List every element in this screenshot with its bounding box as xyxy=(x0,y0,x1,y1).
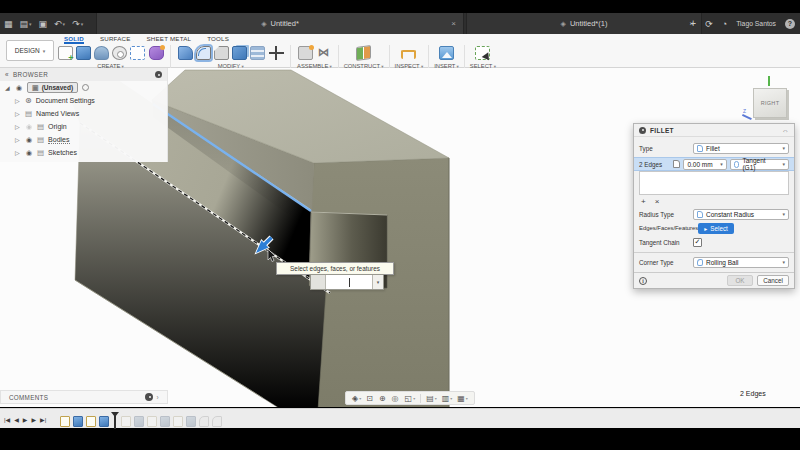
edge-selection-row[interactable]: 2 Edges 0.00 mm Tangent (G1) xyxy=(634,157,794,171)
expand-chevron-icon[interactable]: › xyxy=(157,394,159,401)
shell-icon[interactable] xyxy=(250,46,265,60)
comments-bar[interactable]: COMMENTS › xyxy=(0,390,168,404)
select-tool-icon[interactable] xyxy=(475,46,490,60)
display-settings-icon[interactable]: ▤ xyxy=(424,394,439,403)
construction-plane-icon[interactable] xyxy=(356,45,371,61)
measure-icon[interactable] xyxy=(401,50,416,59)
fillet-icon[interactable] xyxy=(196,46,211,60)
collapse-panel-icon[interactable]: « xyxy=(5,71,9,78)
ribbon-tab-surface[interactable]: SURFACE xyxy=(100,35,131,44)
job-status-icon[interactable]: ⟳ xyxy=(705,19,713,29)
expander-icon[interactable]: ▷ xyxy=(15,136,21,143)
radius-value-field[interactable] xyxy=(326,275,372,289)
timeline-feature-sketch[interactable] xyxy=(86,416,96,427)
press-pull-icon[interactable] xyxy=(178,46,193,60)
timeline-feature-suppressed[interactable] xyxy=(212,416,222,427)
expander-icon[interactable]: ▷ xyxy=(15,97,21,104)
timeline-go-start-button[interactable]: |◀ xyxy=(4,416,10,423)
visibility-eye-icon[interactable]: ◉ xyxy=(25,149,33,157)
fillet-type-dropdown[interactable]: Fillet xyxy=(693,143,789,154)
fillet-dialog-header[interactable]: FILLET ⇔ xyxy=(634,124,794,137)
document-chip[interactable]: ▣ (Unsaved) xyxy=(27,82,78,93)
zoom-window-icon[interactable]: ◱ xyxy=(403,394,418,403)
timeline-feature-suppressed[interactable] xyxy=(199,416,209,427)
timeline-feature-suppressed[interactable] xyxy=(173,416,183,427)
corner-type-dropdown[interactable]: Rolling Ball xyxy=(693,257,789,268)
in-canvas-radius-input[interactable]: ▾ xyxy=(310,274,384,290)
expander-icon[interactable]: ▷ xyxy=(15,149,21,156)
browser-item-bodies[interactable]: ▷ ◉ ▤ Bodies xyxy=(10,133,167,146)
close-tab-icon[interactable]: × xyxy=(451,19,456,28)
joint-icon[interactable]: ⋈ xyxy=(316,46,331,60)
timeline-feature-suppressed[interactable] xyxy=(134,416,144,427)
combine-icon[interactable] xyxy=(232,46,247,60)
view-cube-face[interactable]: RIGHT xyxy=(753,88,787,118)
undock-icon[interactable]: ⇔ xyxy=(782,127,789,134)
grid-layout-icon[interactable]: ▥ xyxy=(440,394,455,403)
sweep-icon[interactable] xyxy=(112,46,127,60)
document-tab-1[interactable]: ◈ Untitled* × xyxy=(96,13,464,34)
ribbon-tab-sheet-metal[interactable]: SHEET METAL xyxy=(147,35,192,44)
visibility-eye-icon[interactable]: ◉ xyxy=(25,136,33,144)
expander-icon[interactable]: ▷ xyxy=(15,110,21,117)
select-button[interactable]: ▸ Select xyxy=(698,223,734,234)
new-tab-button[interactable]: + xyxy=(690,18,696,29)
dropdown-caret-icon[interactable]: ▾ xyxy=(372,275,383,289)
tangent-chain-checkbox[interactable]: ✓ xyxy=(693,238,702,247)
undo-icon[interactable]: ↶▾ xyxy=(54,19,65,29)
new-component-icon[interactable] xyxy=(298,46,313,60)
browser-root-row[interactable]: ◢ ◉ ▣ (Unsaved) xyxy=(0,81,167,94)
display-settings-icon[interactable] xyxy=(155,71,162,78)
comment-bubble-icon[interactable] xyxy=(145,393,153,401)
browser-item-sketches[interactable]: ▷ ◉ ▤ Sketches xyxy=(10,146,167,159)
pattern-icon[interactable] xyxy=(130,46,145,60)
notification-icon[interactable]: ◔ xyxy=(722,19,727,29)
data-panel-grid-icon[interactable]: ▦ xyxy=(4,19,13,29)
create-form-icon[interactable] xyxy=(149,46,164,60)
expander-icon[interactable]: ▷ xyxy=(15,123,21,130)
zoom-icon[interactable]: ◎ xyxy=(390,394,402,403)
add-selection-button[interactable]: + xyxy=(641,197,646,206)
info-icon[interactable]: i xyxy=(639,277,647,285)
help-icon[interactable]: ? xyxy=(785,19,795,29)
browser-item-document-settings[interactable]: ▷ ⊛ Document Settings xyxy=(10,94,167,107)
cancel-button[interactable]: Cancel xyxy=(757,275,789,286)
continuity-dropdown[interactable]: Tangent (G1) xyxy=(730,159,789,170)
save-icon[interactable]: ▣ xyxy=(39,19,48,29)
timeline-go-end-button[interactable]: ▶| xyxy=(40,416,46,423)
ok-button[interactable]: OK xyxy=(727,275,753,286)
timeline-feature-suppressed[interactable] xyxy=(160,416,170,427)
browser-item-named-views[interactable]: ▷ ▤ Named Views xyxy=(10,107,167,120)
remove-selection-button[interactable]: × xyxy=(655,197,660,206)
browser-item-origin[interactable]: ▷ ◉ ▤ Origin xyxy=(10,120,167,133)
visibility-eye-icon[interactable]: ◉ xyxy=(15,84,23,92)
file-menu-icon[interactable]: ▤▾ xyxy=(20,19,32,29)
radius-value-dropdown[interactable]: 0.00 mm xyxy=(683,159,726,170)
chamfer-icon[interactable] xyxy=(214,46,229,60)
selection-set-list[interactable] xyxy=(639,171,789,195)
orbit-icon[interactable]: ◈ xyxy=(350,394,363,403)
expander-icon[interactable]: ◢ xyxy=(5,84,11,91)
extrude-icon[interactable] xyxy=(76,46,91,60)
pan-icon[interactable]: ⊕ xyxy=(377,394,389,403)
timeline-feature-sketch[interactable] xyxy=(60,416,70,427)
timeline-feature-suppressed[interactable] xyxy=(147,416,157,427)
timeline-feature-extrude[interactable] xyxy=(99,416,109,427)
ribbon-tab-solid[interactable]: SOLID xyxy=(64,35,84,44)
workspace-switcher[interactable]: DESIGN xyxy=(6,40,54,61)
radius-type-dropdown[interactable]: Constant Radius xyxy=(693,209,789,220)
timeline-feature-suppressed[interactable] xyxy=(186,416,196,427)
visibility-eye-icon[interactable]: ◉ xyxy=(25,123,33,131)
timeline-position-marker[interactable] xyxy=(114,413,116,429)
viewports-icon[interactable]: ▦ xyxy=(455,394,470,403)
share-status-icon[interactable] xyxy=(82,84,89,91)
revolve-icon[interactable] xyxy=(94,46,109,60)
timeline-step-forward-button[interactable]: ▶ xyxy=(31,416,36,423)
timeline-play-button[interactable]: ▶ xyxy=(23,416,28,423)
timeline-feature-suppressed[interactable] xyxy=(121,416,131,427)
move-copy-icon[interactable] xyxy=(269,46,284,60)
redo-icon[interactable]: ↷▾ xyxy=(72,19,83,29)
insert-canvas-icon[interactable] xyxy=(439,46,454,60)
timeline-feature-extrude[interactable] xyxy=(73,416,83,427)
user-account-name[interactable]: Tiago Santos xyxy=(736,20,776,27)
